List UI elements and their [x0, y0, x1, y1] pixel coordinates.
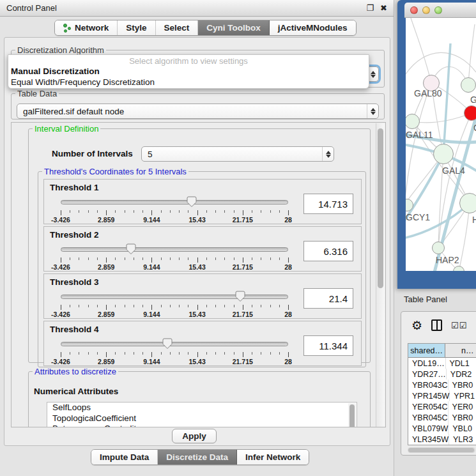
threshold-2-slider[interactable]: -3.426 2.859 9.144 15.43 21.715 28 — [61, 243, 288, 270]
slider-track[interactable] — [61, 342, 288, 346]
cell[interactable]: YPR1 — [450, 390, 476, 401]
scrollbar-thumb[interactable] — [378, 128, 383, 288]
list-item[interactable]: BetweennessCentrality — [47, 424, 357, 427]
cell[interactable]: YDL1 — [446, 358, 476, 369]
tick-label: 15.43 — [188, 263, 205, 271]
threshold-4-slider[interactable]: -3.426 2.859 9.144 15.43 21.715 28 — [61, 338, 288, 365]
table-data-combobox[interactable]: galFiltered.sif default node — [17, 104, 379, 119]
cell[interactable]: YDR2 — [447, 369, 476, 380]
dropdown-option-equal-width-frequency[interactable]: Equal Width/Frequency Discretization — [8, 77, 369, 88]
zoom-traffic-light-icon[interactable] — [434, 6, 442, 14]
cell[interactable]: YIL052C — [408, 445, 446, 445]
column-header-name[interactable]: n… — [445, 344, 476, 358]
minimize-traffic-light-icon[interactable] — [422, 6, 430, 14]
network-window-titlebar[interactable] — [404, 3, 476, 18]
table-row[interactable]: YPR145WYPR1 — [408, 390, 476, 401]
list-item[interactable]: SelfLoops — [47, 403, 357, 413]
tab-style[interactable]: Style — [118, 20, 155, 35]
tab-network[interactable]: Network — [55, 20, 118, 35]
cell[interactable]: YBR0 — [449, 412, 476, 423]
table-row[interactable]: YBL079WYBL0 — [408, 423, 476, 434]
tab-cyni-toolbox[interactable]: Cyni Toolbox — [198, 20, 270, 35]
interval-definition-title: Interval Definition — [33, 124, 100, 134]
float-window-icon[interactable]: ❐ — [366, 3, 374, 13]
settings-scrollbar[interactable] — [376, 123, 385, 427]
threshold-value-input[interactable] — [303, 288, 353, 309]
tab-impute-data[interactable]: Impute Data — [91, 450, 158, 464]
table-row[interactable]: YER054CYER0 — [408, 401, 476, 412]
cell[interactable]: YBR045C — [408, 412, 449, 423]
table-row[interactable]: YDR27…YDR2 — [408, 369, 476, 380]
combo-stepper-icon[interactable] — [322, 147, 334, 161]
table-row[interactable]: YIL052CYIL0 — [408, 445, 476, 445]
slider-thumb[interactable] — [235, 291, 245, 302]
number-of-intervals-combobox[interactable]: 5 — [141, 146, 334, 162]
threshold-3-slider[interactable]: -3.426 2.859 9.144 15.43 21.715 28 — [61, 291, 288, 318]
network-canvas[interactable]: GAL80GACGAL11GAL4GCY1HHAP2 — [406, 18, 476, 271]
tick-label: 2.859 — [98, 216, 114, 224]
cell[interactable]: YIL0 — [446, 445, 476, 445]
cell[interactable]: YBR043C — [408, 380, 449, 390]
network-node[interactable] — [464, 105, 476, 121]
slider-track[interactable] — [61, 295, 288, 299]
threshold-label: Threshold 1 — [50, 183, 99, 192]
checkbox-columns-icon[interactable]: ☑☑ — [451, 321, 467, 330]
tick-label: 28 — [284, 263, 292, 271]
cell[interactable]: YBL0 — [449, 423, 476, 434]
column-layout-icon[interactable] — [431, 319, 442, 331]
cell[interactable]: YER054C — [408, 401, 449, 412]
gear-icon[interactable]: ⚙ — [411, 319, 422, 332]
threshold-value-input[interactable] — [303, 194, 353, 214]
network-node[interactable] — [461, 77, 476, 93]
scrollbar-thumb[interactable] — [408, 448, 474, 452]
tab-label: Select — [164, 23, 190, 33]
tick-label: 21.715 — [233, 358, 253, 365]
tab-infer-network[interactable]: Infer Network — [237, 450, 309, 464]
network-view-window: GAL80GACGAL11GAL4GCY1HHAP2 — [397, 0, 476, 289]
network-node-label: GA — [470, 95, 476, 105]
slider-thumb[interactable] — [162, 338, 173, 349]
tab-discretize-data[interactable]: Discretize Data — [158, 450, 237, 464]
cell[interactable]: YLR345W — [408, 434, 449, 445]
node-table[interactable]: shared… n… YDL19…YDL1 YDR27…YDR2 YBR043C… — [408, 343, 476, 445]
table-panel: ⚙ ☑☑ shared… n… YDL19…YDL1 YDR27…YDR2 YB… — [401, 311, 476, 456]
cell[interactable]: YPR145W — [408, 390, 450, 401]
slider-thumb[interactable] — [187, 196, 197, 208]
cell[interactable]: YDL19… — [408, 358, 446, 369]
table-horizontal-scrollbar[interactable] — [408, 447, 475, 453]
threshold-value-input[interactable] — [303, 241, 353, 261]
column-header-shared-name[interactable]: shared… — [408, 344, 445, 358]
close-traffic-light-icon[interactable] — [410, 6, 418, 14]
cell[interactable]: YLR3 — [449, 434, 476, 445]
slider-track[interactable] — [61, 200, 288, 204]
network-node[interactable] — [459, 193, 476, 213]
tick-label: -3.426 — [51, 216, 70, 224]
table-row[interactable]: YBR043CYBR0 — [408, 380, 476, 390]
slider-thumb[interactable] — [126, 243, 136, 255]
cell[interactable]: YBL079W — [408, 423, 449, 434]
tab-jactivemnodules[interactable]: jActiveMNodules — [270, 20, 356, 35]
cell[interactable]: YDR27… — [408, 369, 447, 380]
network-node[interactable] — [432, 242, 445, 254]
close-icon[interactable]: ✖ — [380, 3, 387, 13]
apply-button[interactable]: Apply — [172, 429, 217, 443]
right-column: GAL80GACGAL11GAL4GCY1HHAP2 Table Panel ⚙… — [394, 0, 476, 476]
list-item[interactable]: TopologicalCoefficient — [47, 413, 357, 424]
dropdown-placeholder: Select algorithm to view settings — [8, 55, 369, 66]
table-row[interactable]: YBR045CYBR0 — [408, 412, 476, 423]
list-scrollbar[interactable] — [348, 403, 356, 427]
numerical-attributes-list[interactable]: SelfLoops TopologicalCoefficient Between… — [47, 402, 357, 427]
cell[interactable]: YER0 — [449, 401, 476, 412]
table-panel-title: Table Panel — [404, 295, 447, 304]
cell[interactable]: YBR0 — [449, 380, 476, 390]
table-row[interactable]: YDL19…YDL1 — [408, 358, 476, 369]
table-row[interactable]: YLR345WYLR3 — [408, 434, 476, 445]
network-node[interactable] — [433, 144, 454, 164]
combo-stepper-icon[interactable] — [367, 104, 378, 118]
attributes-group-title: Attributes to discretize — [33, 367, 118, 376]
threshold-1-slider[interactable]: -3.426 2.859 9.144 15.43 21.715 28 — [61, 196, 288, 223]
slider-track[interactable] — [61, 247, 288, 252]
dropdown-option-manual-discretization[interactable]: Manual Discretization — [8, 66, 369, 77]
tab-select[interactable]: Select — [156, 20, 199, 35]
threshold-value-input[interactable] — [303, 335, 353, 356]
